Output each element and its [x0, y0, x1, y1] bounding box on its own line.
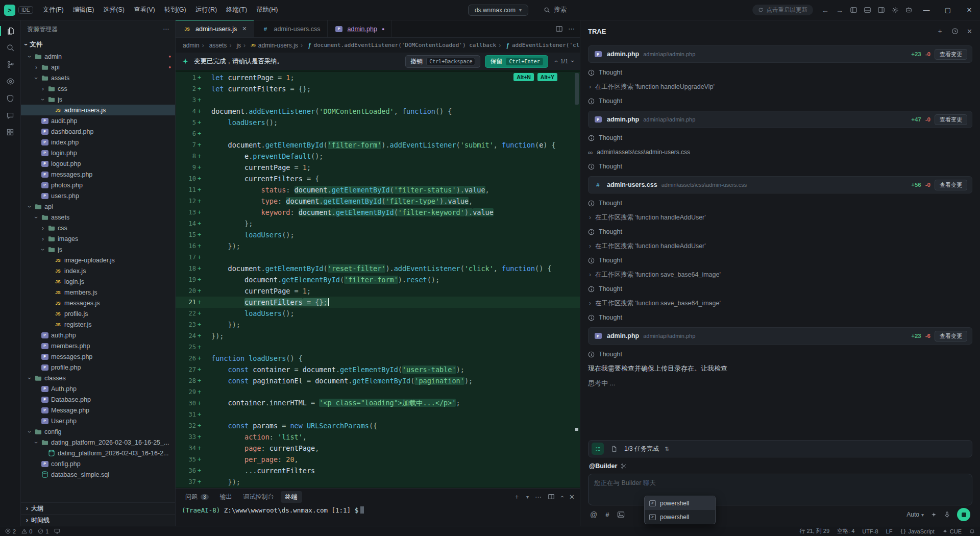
- editor-more-icon[interactable]: ⋯: [568, 25, 575, 33]
- code-line[interactable]: 19+ document.getElementById('filter-form…: [176, 274, 580, 285]
- task-doc-icon[interactable]: [608, 443, 620, 455]
- view-changes-button[interactable]: 查看变更: [935, 49, 967, 60]
- toggle-sidebar-icon[interactable]: [847, 4, 861, 17]
- tree-row[interactable]: profile.php: [21, 362, 175, 373]
- code-line[interactable]: 3+: [176, 94, 580, 106]
- code-line[interactable]: 7+ document.getElementById('filter-form'…: [176, 139, 580, 151]
- status-line-col[interactable]: 行 21, 列 29: [799, 527, 829, 535]
- tree-row[interactable]: users.php: [21, 190, 175, 201]
- forward-button[interactable]: →: [832, 5, 847, 15]
- restart-to-update-pill[interactable]: 点击重启以更新: [752, 5, 814, 15]
- thought-row[interactable]: Thought: [588, 65, 972, 80]
- tree-row[interactable]: › assets: [21, 212, 175, 223]
- editor-tab[interactable]: admin-users.css: [254, 20, 328, 37]
- activity-chat[interactable]: [0, 107, 21, 124]
- workspace-search-row[interactable]: › 在工作区搜索 'function save_base64_image': [588, 296, 972, 310]
- toggle-panel-icon[interactable]: [861, 4, 874, 17]
- tree-row[interactable]: › images: [21, 233, 175, 244]
- panel-tab[interactable]: 输出: [215, 491, 237, 503]
- tree-row[interactable]: Database.php: [21, 394, 175, 405]
- code-line[interactable]: 17+: [176, 252, 580, 263]
- tree-row[interactable]: login.js: [21, 276, 175, 287]
- terminal-more-icon[interactable]: ⋯: [535, 493, 542, 501]
- code-line[interactable]: 14+ };: [176, 218, 580, 229]
- code-editor[interactable]: Alt+N Alt+Y 1+let currentPage = 1;2+let …: [176, 70, 580, 488]
- tree-row[interactable]: › assets: [21, 72, 175, 83]
- enhance-icon[interactable]: [930, 511, 937, 518]
- task-expand-icon[interactable]: ⇅: [665, 446, 669, 452]
- mic-icon[interactable]: [944, 511, 950, 519]
- tree-row[interactable]: messages.js: [21, 298, 175, 308]
- maximize-panel-icon[interactable]: ›: [558, 496, 566, 498]
- tree-row[interactable]: › js: [21, 244, 175, 255]
- menu-item[interactable]: 运行(R): [191, 4, 222, 16]
- tree-row[interactable]: logout.php: [21, 158, 175, 169]
- thought-row[interactable]: Thought: [588, 310, 972, 325]
- task-progress-bar[interactable]: 1/3 任务完成 ⇅: [588, 440, 972, 457]
- tree-row[interactable]: audit.php: [21, 115, 175, 126]
- stop-generating-button[interactable]: [957, 508, 970, 521]
- panel-tab[interactable]: 终端: [281, 491, 302, 503]
- editor-tab[interactable]: admin-users.js ✕: [176, 20, 254, 37]
- terminal-profile-dropdown-icon[interactable]: ▾: [526, 494, 529, 500]
- menu-item[interactable]: 文件(F): [38, 4, 68, 16]
- menu-item[interactable]: 编辑(E): [68, 4, 99, 16]
- code-line[interactable]: 32+ const params = new URLSearchParams({: [176, 420, 580, 431]
- thought-row[interactable]: Thought: [588, 131, 972, 145]
- menu-item[interactable]: 选择(S): [99, 4, 129, 16]
- menu-item[interactable]: 查看(V): [129, 4, 160, 16]
- code-line[interactable]: 15+ loadUsers();: [176, 229, 580, 240]
- timeline-section[interactable]: › 时间线: [21, 514, 175, 526]
- code-line[interactable]: 37+ });: [176, 476, 580, 488]
- breadcrumb-item[interactable]: › admin-users.js: [241, 42, 298, 49]
- menu-item[interactable]: 终端(T): [222, 4, 252, 16]
- terminal-output[interactable]: (TraeAI-8) Z:\www\wwwroot\ds.wnmax.com […: [176, 505, 580, 526]
- tree-row[interactable]: Message.php: [21, 405, 175, 416]
- tree-row[interactable]: register.js: [21, 319, 175, 330]
- tree-row[interactable]: login.php: [21, 148, 175, 158]
- tree-row[interactable]: members.js: [21, 287, 175, 298]
- code-line[interactable]: 35+ per_page: 20,: [176, 454, 580, 465]
- code-line[interactable]: 21+ currentFilters = {};: [176, 297, 580, 308]
- code-line[interactable]: 12+ type: document.getElementById('filte…: [176, 196, 580, 207]
- tree-row[interactable]: config.php: [21, 458, 175, 469]
- status-eol[interactable]: LF: [886, 528, 893, 534]
- app-logo-icon[interactable]: >: [4, 5, 15, 16]
- global-search[interactable]: 搜索: [544, 6, 567, 14]
- breadcrumb-item[interactable]: › admin: [183, 42, 200, 49]
- close-panel-icon[interactable]: ✕: [967, 28, 972, 35]
- status-blocked[interactable]: 1: [38, 528, 48, 534]
- workspace-search-row[interactable]: › 在工作区搜索 'function handleAddUser': [588, 239, 972, 253]
- code-line[interactable]: 6+: [176, 128, 580, 139]
- code-line[interactable]: 30+ container.innerHTML = '<p class="loa…: [176, 398, 580, 409]
- code-line[interactable]: 10+ currentFilters = {: [176, 173, 580, 184]
- minimize-button[interactable]: —: [916, 0, 937, 20]
- code-line[interactable]: 31+: [176, 409, 580, 420]
- outline-section[interactable]: › 大纲: [21, 502, 175, 514]
- next-change-icon[interactable]: ›: [569, 60, 576, 62]
- thought-row[interactable]: Thought: [588, 196, 972, 210]
- editor-scrollbar[interactable]: [575, 73, 579, 105]
- view-changes-button[interactable]: 查看变更: [935, 180, 967, 190]
- status-cue[interactable]: CUE: [942, 528, 962, 534]
- menu-item[interactable]: 帮助(H): [252, 4, 282, 16]
- tab-close-icon[interactable]: ✕: [242, 26, 247, 32]
- tree-row[interactable]: › dating_platform_2026-02-03_16-16-25_..…: [21, 437, 175, 448]
- activity-preview[interactable]: [0, 73, 21, 90]
- thought-row[interactable]: Thought: [588, 347, 972, 361]
- files-section-header[interactable]: › 文件: [21, 38, 175, 51]
- status-indent[interactable]: 空格: 4: [837, 527, 854, 535]
- code-line[interactable]: 2+let currentFilters = {};: [176, 83, 580, 94]
- code-line[interactable]: 25+: [176, 342, 580, 353]
- prev-change-icon[interactable]: ›: [552, 60, 559, 62]
- thought-row[interactable]: Thought: [588, 253, 972, 267]
- task-list-icon[interactable]: [592, 443, 604, 455]
- panel-tab[interactable]: 调试控制台: [239, 491, 279, 503]
- tree-row[interactable]: User.php: [21, 416, 175, 426]
- code-line[interactable]: 28+ const paginationEl = document.getEle…: [176, 375, 580, 386]
- tree-row[interactable]: auth.php: [21, 330, 175, 340]
- activity-security[interactable]: [0, 90, 21, 107]
- file-change-card[interactable]: admin.php admin\api\admin.php +23 -6 查看变…: [588, 327, 972, 345]
- notifications-bell[interactable]: [969, 528, 975, 534]
- tree-row[interactable]: › api: [21, 201, 175, 212]
